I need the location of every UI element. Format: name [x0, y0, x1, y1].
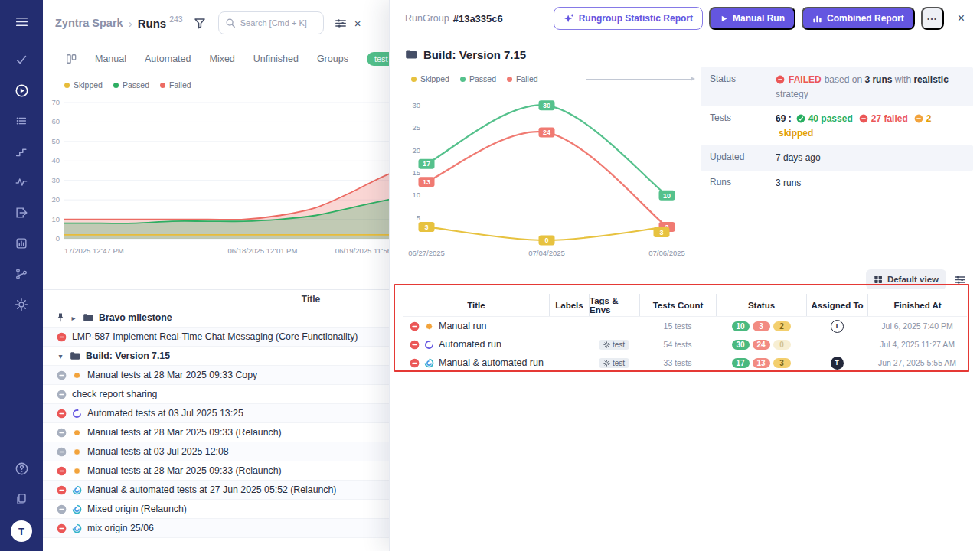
user-avatar[interactable]: T	[11, 520, 32, 542]
caret-right-icon[interactable]: ▸	[70, 314, 77, 322]
svg-text:0: 0	[544, 236, 548, 244]
legend-dot	[411, 77, 416, 82]
nav-menu-icon[interactable]	[8, 8, 35, 35]
panel-settings-icon[interactable]	[335, 18, 347, 29]
rungroup-title-row: Build: Version 7.15	[390, 46, 980, 63]
tag-badge: test	[599, 358, 629, 368]
tab-mixed[interactable]: Mixed	[209, 54, 234, 64]
status-failed-icon	[57, 485, 67, 495]
tests-count: 15 tests	[639, 321, 716, 331]
assignee-cell: T	[806, 320, 867, 333]
svg-text:10: 10	[51, 215, 60, 223]
breadcrumb-page[interactable]: Runs	[138, 17, 167, 30]
tests-skipped-count: 2	[926, 113, 932, 124]
search-input[interactable]	[240, 18, 317, 28]
nav-export-icon[interactable]	[8, 199, 35, 227]
svg-text:20: 20	[51, 195, 60, 204]
drawer-actions: Rungroup Statistic Report Manual Run Com…	[554, 7, 968, 30]
drawer-close-icon[interactable]: ×	[955, 8, 968, 28]
combined-report-button[interactable]: Combined Report	[802, 7, 915, 30]
search-box[interactable]	[218, 11, 324, 34]
tabs-view-icon[interactable]	[66, 54, 77, 64]
nav-settings-icon[interactable]	[8, 291, 35, 318]
more-actions-button[interactable]: ⋯	[921, 7, 944, 30]
svg-text:40: 40	[51, 156, 60, 165]
run-table-row[interactable]: Manual & automated runtest33 tests17133T…	[403, 354, 967, 372]
drawer-body: SkippedPassedFailed 30252015105173010132…	[390, 66, 980, 263]
column-header: Finished At	[867, 294, 967, 316]
svg-text:07/04/2025: 07/04/2025	[528, 249, 565, 257]
rungroup-statistic-report-button[interactable]: Rungroup Statistic Report	[554, 7, 703, 30]
badge-failed: 24	[753, 340, 770, 350]
nav-reports-icon[interactable]	[8, 230, 35, 257]
finished-at: Jul 6, 2025 7:40 PM	[867, 321, 967, 331]
runs-table-header: TitleLabelsTags & EnvsTests CountStatusA…	[403, 294, 967, 317]
legend-dot	[113, 83, 119, 88]
nav-integrations-icon[interactable]	[8, 260, 35, 288]
run-type-automated-icon	[72, 409, 82, 419]
tab-automated[interactable]: Automated	[145, 54, 191, 64]
nav-documents-icon[interactable]	[8, 485, 35, 513]
assignee-avatar: T	[831, 320, 844, 333]
breadcrumb-project[interactable]: Zyntra Spark	[55, 17, 123, 29]
column-header: Assigned To	[806, 294, 867, 316]
svg-text:70: 70	[51, 98, 60, 106]
sidebar-bottom	[8, 455, 35, 516]
svg-text:10: 10	[412, 191, 420, 199]
tab-manual[interactable]: Manual	[95, 54, 126, 64]
run-title: LMP-587 Implement Real-Time Chat Messagi…	[72, 331, 358, 342]
run-title: check report sharing	[72, 389, 157, 399]
nav-milestones-icon[interactable]	[8, 138, 35, 165]
run-type-manual-icon	[424, 321, 434, 331]
grid-view-icon	[874, 275, 883, 284]
rungroup-entity-label: RunGroup	[405, 13, 449, 24]
runs-table: TitleLabelsTags & EnvsTests CountStatusA…	[403, 294, 967, 372]
tests-label: Tests	[710, 112, 776, 140]
drawer-header: RunGroup #13a335c6 Rungroup Statistic Re…	[390, 0, 980, 37]
nav-test-cases-icon[interactable]	[8, 46, 35, 73]
manual-run-button[interactable]: Manual Run	[709, 7, 795, 30]
legend-failed: Failed	[507, 74, 538, 83]
assignee-cell: T	[806, 357, 867, 370]
status-badges: 17133	[716, 358, 806, 368]
caret-down-icon[interactable]: ▾	[57, 352, 64, 360]
table-settings-icon[interactable]	[954, 274, 966, 285]
rungroup-chart-legend: SkippedPassedFailed	[405, 73, 694, 84]
run-table-row[interactable]: Automated runtest54 tests30240Jul 4, 202…	[403, 335, 967, 354]
tab-groups[interactable]: Groups	[317, 54, 348, 64]
pin-icon	[57, 312, 64, 323]
column-header: Tags & Envs	[589, 294, 639, 316]
panel-close-icon[interactable]: ×	[354, 17, 361, 30]
run-title: Automated tests at 03 Jul 2025 13:25	[87, 408, 243, 419]
sidebar-nav	[8, 8, 35, 321]
run-title-link[interactable]: Manual & automated run	[439, 357, 544, 368]
status-value: FAILEDbased on 3 runs with realistic str…	[776, 73, 964, 101]
nav-activity-icon[interactable]	[8, 168, 35, 196]
svg-text:15: 15	[412, 168, 420, 177]
run-title-link[interactable]: Automated run	[439, 339, 501, 350]
folder-icon	[405, 49, 417, 60]
nav-help-icon[interactable]	[8, 455, 35, 482]
status-runs-count: 3 runs	[864, 74, 892, 85]
column-header: Status	[716, 294, 806, 316]
tags-cell: test	[589, 358, 639, 368]
svg-text:30: 30	[412, 101, 420, 109]
svg-text:25: 25	[412, 123, 420, 132]
svg-text:5: 5	[416, 214, 420, 222]
nav-runs-icon[interactable]	[8, 77, 35, 104]
svg-text:30: 30	[51, 176, 60, 184]
runs-table-body: Manual run15 tests1032TJul 6, 2025 7:40 …	[403, 317, 967, 372]
default-view-button[interactable]: Default view	[866, 269, 946, 289]
legend-dot	[64, 83, 70, 88]
rungroup-id: #13a335c6	[453, 13, 503, 24]
nav-defects-icon[interactable]	[8, 107, 35, 135]
search-icon	[225, 18, 236, 28]
legend-failed: Failed	[160, 80, 191, 90]
folder-icon	[70, 351, 80, 360]
failed-status-icon	[776, 75, 785, 84]
tab-unfinished[interactable]: Unfinished	[253, 54, 299, 64]
tests-count: 54 tests	[639, 340, 716, 349]
run-title-link[interactable]: Manual run	[439, 321, 487, 331]
run-table-row[interactable]: Manual run15 tests1032TJul 6, 2025 7:40 …	[403, 317, 967, 335]
filter-icon[interactable]	[194, 17, 206, 29]
